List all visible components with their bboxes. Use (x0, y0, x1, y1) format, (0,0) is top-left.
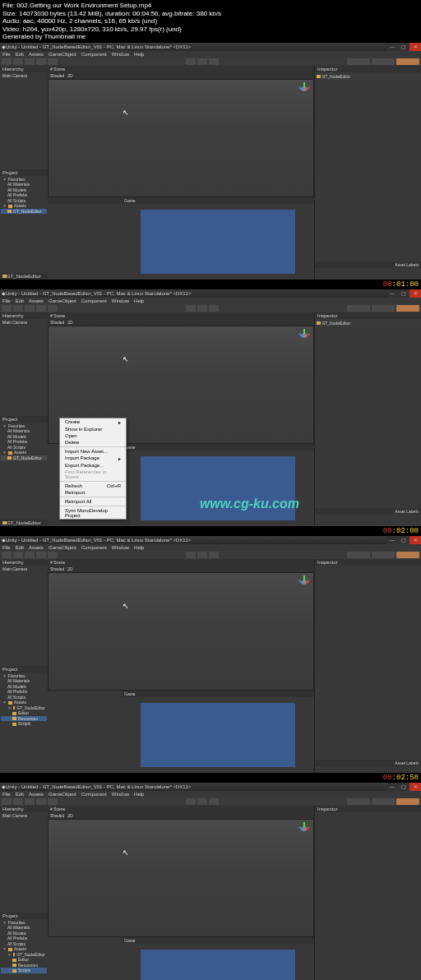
inspector-tab[interactable]: Inspector (315, 559, 421, 566)
maximize-button[interactable]: ▢ (398, 43, 409, 51)
pause-button[interactable] (197, 58, 207, 65)
minimize-button[interactable]: — (386, 43, 398, 51)
project-panel[interactable]: ▼Favorites All Materials All Models All … (0, 423, 48, 520)
asset-labels[interactable]: Asset Labels (315, 508, 421, 515)
shaded-dropdown[interactable]: Shaded (50, 320, 64, 325)
orientation-gizmo[interactable] (298, 83, 310, 95)
minimize-button[interactable]: — (386, 783, 398, 791)
play-button[interactable] (186, 798, 196, 805)
close-button[interactable]: ✕ (409, 43, 421, 51)
asset-item-selected[interactable]: Scripts (1, 968, 47, 973)
game-view[interactable] (122, 697, 314, 773)
menu-component[interactable]: Component (81, 792, 107, 797)
project-panel[interactable]: ▼Favorites All Materials All Models All … (0, 673, 48, 773)
close-button[interactable]: ✕ (409, 783, 421, 791)
hierarchy-tab[interactable]: Hierarchy (0, 806, 48, 812)
game-view[interactable] (122, 204, 314, 280)
move-tool[interactable] (13, 58, 23, 65)
hierarchy-panel[interactable]: Main Camera (0, 566, 48, 666)
menu-window[interactable]: Window (112, 545, 129, 550)
menu-gameobject[interactable]: GameObject (49, 298, 76, 303)
hierarchy-tab[interactable]: Hierarchy (0, 66, 48, 72)
game-tab[interactable]: Game (124, 691, 136, 696)
menu-file[interactable]: File (2, 298, 11, 303)
menu-file[interactable]: File (2, 545, 11, 550)
step-button[interactable] (209, 552, 219, 558)
scene-tab[interactable]: # Scene (50, 807, 65, 811)
layout-dropdown[interactable] (372, 798, 395, 805)
hierarchy-item[interactable]: Main Camera (1, 320, 47, 326)
menu-window[interactable]: Window (112, 298, 129, 303)
scene-view[interactable]: ↖ (48, 819, 314, 937)
scene-view[interactable]: ↖ (48, 572, 314, 691)
ctx-delete[interactable]: Delete (60, 439, 126, 446)
menu-help[interactable]: Help (134, 545, 144, 550)
menu-gameobject[interactable]: GameObject (49, 52, 76, 57)
maximize-button[interactable]: ▢ (398, 289, 409, 298)
hierarchy-tab[interactable]: Hierarchy (0, 559, 48, 566)
menu-file[interactable]: File (2, 52, 11, 57)
layers-dropdown[interactable] (347, 552, 370, 558)
asset-item-selected[interactable]: GT_NodeEditor (1, 209, 47, 215)
2d-toggle[interactable]: 2D (67, 73, 72, 78)
menu-assets[interactable]: Assets (29, 545, 44, 550)
rect-tool[interactable] (48, 305, 58, 312)
menu-assets[interactable]: Assets (29, 52, 44, 57)
rect-tool[interactable] (48, 798, 58, 805)
rotate-tool[interactable] (25, 58, 35, 65)
layers-dropdown[interactable] (347, 798, 370, 805)
rect-tool[interactable] (48, 58, 58, 65)
menu-component[interactable]: Component (81, 545, 107, 550)
play-button[interactable] (186, 58, 196, 65)
scene-tab[interactable]: # Scene (50, 67, 65, 72)
pause-button[interactable] (197, 798, 207, 805)
layers-dropdown[interactable] (347, 58, 370, 65)
rotate-tool[interactable] (25, 305, 35, 312)
menu-gameobject[interactable]: GameObject (49, 545, 76, 550)
hierarchy-item[interactable]: Main Camera (1, 73, 47, 79)
asset-item[interactable]: GT_NodeEditor (1, 455, 47, 461)
menu-edit[interactable]: Edit (16, 792, 24, 797)
inspector-tab[interactable]: Inspector (315, 66, 421, 72)
scale-tool[interactable] (36, 552, 46, 558)
ctx-show-explorer[interactable]: Show in Explorer (60, 426, 126, 432)
project-tab[interactable]: Project (0, 416, 48, 423)
asset-labels[interactable]: Asset Labels (315, 760, 421, 766)
pause-button[interactable] (197, 552, 207, 558)
2d-toggle[interactable]: 2D (67, 320, 72, 325)
layout-accent[interactable] (396, 798, 419, 805)
hand-tool[interactable] (2, 798, 12, 805)
step-button[interactable] (209, 798, 219, 805)
ctx-import-asset[interactable]: Import New Asset... (60, 448, 126, 455)
hierarchy-panel[interactable]: Main Camera (0, 319, 48, 416)
shaded-dropdown[interactable]: Shaded (50, 73, 64, 78)
hand-tool[interactable] (2, 552, 12, 558)
game-tab[interactable]: Game (124, 938, 136, 943)
hierarchy-tab[interactable]: Hierarchy (0, 312, 48, 319)
project-panel[interactable]: ▼Favorites All Materials All Models All … (0, 176, 48, 273)
ctx-create[interactable]: Create▸ (60, 418, 126, 426)
game-tab[interactable]: Game (124, 198, 136, 203)
scale-tool[interactable] (36, 798, 46, 805)
minimize-button[interactable]: — (386, 289, 398, 298)
menu-help[interactable]: Help (134, 52, 144, 57)
move-tool[interactable] (13, 552, 23, 558)
menu-gameobject[interactable]: GameObject (49, 792, 76, 797)
hierarchy-panel[interactable]: Main Camera (0, 72, 48, 169)
scene-view[interactable]: ↖ (48, 79, 314, 197)
rotate-tool[interactable] (25, 552, 35, 558)
maximize-button[interactable]: ▢ (398, 536, 409, 544)
orientation-gizmo[interactable] (298, 823, 310, 834)
layout-dropdown[interactable] (372, 305, 395, 312)
ctx-reimport[interactable]: Reimport (60, 489, 126, 496)
menu-assets[interactable]: Assets (29, 792, 44, 797)
move-tool[interactable] (13, 798, 23, 805)
rect-tool[interactable] (48, 552, 58, 558)
layout-accent[interactable] (396, 305, 419, 312)
hierarchy-item[interactable]: Main Camera (1, 566, 47, 572)
orientation-gizmo[interactable] (298, 576, 310, 588)
project-tab[interactable]: Project (0, 666, 48, 673)
menu-window[interactable]: Window (112, 52, 129, 57)
pause-button[interactable] (197, 305, 207, 312)
scene-tab[interactable]: # Scene (50, 560, 65, 565)
